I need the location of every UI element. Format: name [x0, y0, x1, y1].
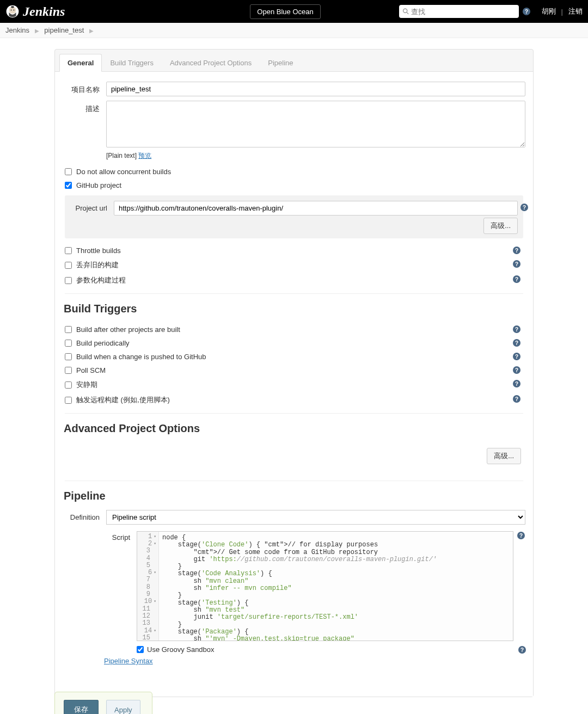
help-icon[interactable]: ?	[518, 645, 526, 654]
svg-point-4	[13, 10, 14, 11]
description-help: [Plain text] 预览	[106, 151, 525, 161]
help-icon[interactable]: ?	[512, 352, 521, 361]
help-icon[interactable]: ?	[512, 395, 521, 403]
svg-text:?: ?	[515, 340, 518, 346]
help-icon[interactable]: ?	[520, 203, 529, 212]
help-icon[interactable]: ?	[517, 531, 525, 540]
top-header: Jenkins Open Blue Ocean ? 胡刚 | 注销	[0, 0, 588, 23]
checkbox-throttle-input[interactable]	[65, 247, 72, 254]
github-project-panel: Project url ? 高级...	[65, 195, 523, 238]
svg-text:?: ?	[515, 276, 518, 282]
save-bar: 保存 Apply	[54, 692, 152, 714]
description-label: 描述	[65, 101, 106, 114]
project-url-label: Project url	[72, 201, 114, 212]
help-icon[interactable]: ?	[512, 325, 521, 334]
section-general: 项目名称 描述 [Plain text] 预览 Do not a	[63, 82, 525, 288]
search-icon	[402, 8, 409, 15]
checkbox-no-concurrent[interactable]: Do not allow concurrent builds	[63, 165, 525, 178]
build-trigger-row[interactable]: Build periodically?	[63, 336, 525, 350]
jenkins-title: Jenkins	[23, 4, 65, 19]
pipeline-heading: Pipeline	[64, 490, 525, 502]
svg-text:?: ?	[515, 327, 518, 333]
svg-text:?: ?	[523, 205, 526, 211]
tab-build-triggers[interactable]: Build Triggers	[102, 54, 161, 71]
description-textarea[interactable]	[106, 101, 525, 147]
jenkins-head-icon	[5, 4, 20, 19]
build-trigger-checkbox[interactable]	[65, 340, 72, 347]
advanced-options-button[interactable]: 高级...	[487, 448, 521, 464]
project-url-input[interactable]	[114, 201, 518, 216]
script-label: Script	[104, 531, 137, 641]
logout-link[interactable]: 注销	[568, 7, 583, 16]
checkbox-discard-old-input[interactable]	[65, 262, 72, 269]
checkbox-parameterized[interactable]: 参数化构建过程 ?	[63, 273, 525, 288]
svg-text:?: ?	[515, 367, 518, 373]
build-triggers-heading: Build Triggers	[64, 303, 525, 315]
open-blue-ocean-button[interactable]: Open Blue Ocean	[250, 4, 320, 19]
pipeline-syntax-link[interactable]: Pipeline Syntax	[104, 657, 525, 665]
search-box	[399, 5, 519, 18]
user-link[interactable]: 胡刚	[542, 7, 556, 16]
advanced-options-heading: Advanced Project Options	[64, 422, 525, 435]
jenkins-logo[interactable]: Jenkins	[5, 4, 65, 19]
help-icon[interactable]: ?	[512, 366, 521, 374]
svg-line-6	[407, 13, 408, 14]
header-help-icon[interactable]: ?	[522, 7, 531, 16]
build-trigger-checkbox[interactable]	[65, 397, 72, 404]
help-icon[interactable]: ?	[512, 275, 521, 284]
build-trigger-checkbox[interactable]	[65, 367, 72, 374]
build-trigger-row[interactable]: Poll SCM?	[63, 364, 525, 377]
chevron-right-icon: ▶	[89, 28, 94, 34]
tab-general[interactable]: General	[59, 54, 102, 72]
svg-text:?: ?	[515, 248, 518, 254]
svg-text:?: ?	[525, 9, 528, 15]
checkbox-discard-old[interactable]: 丢弃旧的构建 ?	[63, 257, 525, 273]
checkbox-throttle[interactable]: Throttle builds ?	[63, 244, 525, 257]
tab-pipeline[interactable]: Pipeline	[260, 54, 301, 71]
build-trigger-checkbox[interactable]	[65, 326, 72, 333]
save-button[interactable]: 保存	[64, 700, 99, 714]
checkbox-no-concurrent-input[interactable]	[65, 168, 72, 175]
build-trigger-checkbox[interactable]	[65, 353, 72, 360]
sandbox-row[interactable]: Use Groovy Sandbox ?	[137, 645, 525, 654]
build-trigger-label: Poll SCM	[76, 366, 106, 374]
build-trigger-row[interactable]: 安静期?	[63, 377, 525, 392]
build-trigger-row[interactable]: Build after other projects are built?	[63, 323, 525, 336]
section-build-triggers: Build Triggers Build after other project…	[63, 303, 525, 408]
breadcrumb: Jenkins ▶ pipeline_test ▶	[0, 23, 588, 38]
build-trigger-row[interactable]: 触发远程构建 (例如,使用脚本)?	[63, 392, 525, 408]
sandbox-checkbox[interactable]	[137, 646, 144, 653]
checkbox-github-project[interactable]: GitHub project	[63, 178, 525, 192]
build-trigger-row[interactable]: Build when a change is pushed to GitHub?	[63, 350, 525, 364]
github-advanced-button[interactable]: 高级...	[483, 218, 518, 234]
tab-advanced-options[interactable]: Advanced Project Options	[162, 54, 260, 71]
help-icon[interactable]: ?	[512, 260, 521, 268]
build-trigger-label: 触发远程构建 (例如,使用脚本)	[76, 395, 170, 405]
build-trigger-label: Build after other projects are built	[76, 325, 180, 334]
checkbox-parameterized-input[interactable]	[65, 277, 72, 284]
svg-text:?: ?	[515, 396, 518, 402]
project-name-input[interactable]	[106, 82, 525, 96]
preview-link[interactable]: 预览	[138, 152, 151, 159]
chevron-right-icon: ▶	[35, 28, 39, 34]
config-frame: General Build Triggers Advanced Project …	[54, 49, 534, 697]
breadcrumb-root[interactable]: Jenkins	[5, 26, 29, 34]
section-pipeline: Pipeline Definition Pipeline script Scri…	[63, 490, 525, 665]
build-trigger-label: Build when a change is pushed to GitHub	[76, 353, 206, 361]
help-icon[interactable]: ?	[512, 379, 521, 388]
tab-bar: General Build Triggers Advanced Project …	[55, 50, 533, 72]
apply-button[interactable]: Apply	[106, 700, 140, 714]
definition-select[interactable]: Pipeline script	[106, 510, 525, 525]
script-editor[interactable]: 1▾2▾3456▾78910▾11121314▾15 node { stage(…	[137, 531, 513, 641]
separator: |	[561, 8, 563, 16]
build-trigger-checkbox[interactable]	[65, 381, 72, 389]
svg-point-3	[11, 10, 12, 11]
header-links: 胡刚 | 注销	[542, 7, 583, 16]
help-icon[interactable]: ?	[512, 246, 521, 255]
checkbox-github-project-input[interactable]	[65, 182, 72, 189]
help-icon[interactable]: ?	[512, 338, 521, 347]
svg-rect-2	[11, 6, 14, 8]
search-input[interactable]	[411, 8, 515, 16]
svg-point-5	[403, 9, 407, 13]
breadcrumb-item[interactable]: pipeline_test	[44, 26, 84, 34]
